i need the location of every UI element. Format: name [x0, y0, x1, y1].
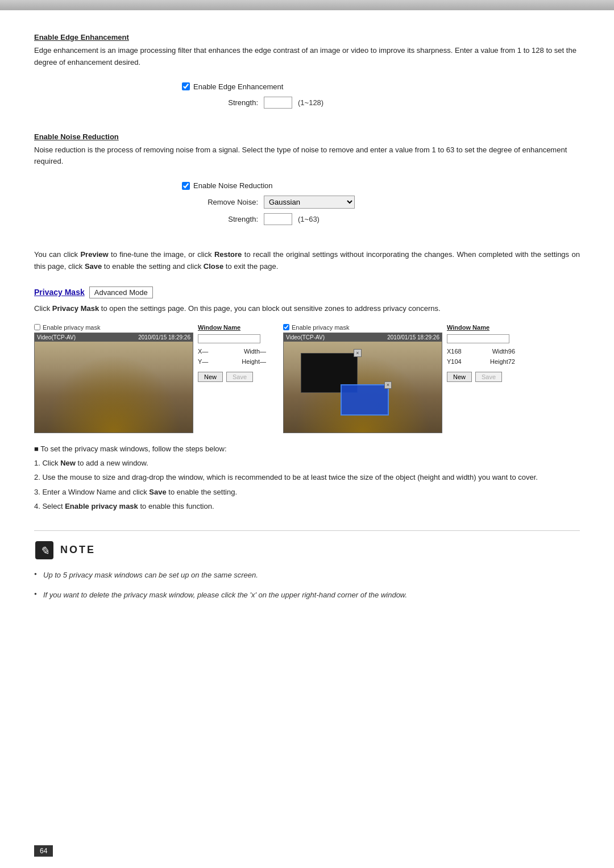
right-x-label: X168: [447, 348, 462, 355]
enable-privacy-bold: Enable privacy mask: [65, 502, 138, 510]
privacy-heading: Privacy Mask Advanced Mode: [34, 286, 580, 298]
left-sidebar-panel: Window Name X— Width— Y— Height— New Sav…: [198, 324, 266, 382]
left-btn-row: New Save: [198, 372, 266, 382]
left-preview-panel: Enable privacy mask Video(TCP-AV) 2010/0…: [34, 324, 266, 433]
left-enable-row: Enable privacy mask: [34, 324, 193, 331]
noise-type-label: Remove Noise:: [196, 198, 258, 206]
steps-intro: ■ To set the privacy mask windows, follo…: [34, 442, 580, 455]
preview-area: Enable privacy mask Video(TCP-AV) 2010/0…: [34, 324, 580, 433]
right-y-row: Y104 Height72: [447, 358, 515, 365]
save-bold-2: Save: [149, 488, 166, 496]
noise-reduction-desc: Noise reduction is the process of removi…: [34, 144, 580, 168]
close-overlay-1[interactable]: ×: [354, 349, 362, 357]
page-number: 64: [34, 845, 53, 857]
note-item-1: Up to 5 privacy mask windows can be set …: [34, 568, 580, 582]
left-y-label: Y—: [198, 358, 208, 365]
steps-list: ■ To set the privacy mask windows, follo…: [34, 442, 580, 513]
left-new-button[interactable]: New: [198, 372, 223, 382]
right-camera-header: Video(TCP-AV) 2010/01/15 18:29:26: [284, 333, 442, 342]
left-camera-header: Video(TCP-AV) 2010/01/15 18:29:26: [35, 333, 193, 342]
right-timestamp: 2010/01/15 18:29:26: [387, 334, 439, 340]
step-1: 1. Click New to add a new window.: [34, 456, 580, 470]
noise-strength-input[interactable]: 50: [264, 213, 292, 225]
right-camera-label: Video(TCP-AV): [286, 334, 325, 340]
step-4: 4. Select Enable privacy mask to enable …: [34, 500, 580, 513]
preview-bold: Preview: [80, 250, 108, 259]
new-bold: New: [60, 459, 76, 467]
noise-strength-range: (1~63): [298, 215, 320, 223]
left-camera-image: [35, 342, 193, 433]
noise-type-select[interactable]: GaussianMedianMean: [264, 196, 355, 209]
noise-type-row: Remove Noise: GaussianMedianMean: [182, 196, 432, 209]
left-x-label: X—: [198, 348, 208, 355]
left-camera-label: Video(TCP-AV): [37, 334, 76, 340]
edge-strength-row: Strength: 50 (1~128): [182, 97, 432, 109]
edge-enable-label: Enable Edge Enhancement: [193, 82, 283, 91]
left-enable-checkbox[interactable]: [34, 324, 40, 330]
right-window-name-input[interactable]: 2: [447, 334, 509, 343]
note-header: ✎ NOTE: [34, 540, 580, 560]
noise-reduction-controls: Enable Noise Reduction Remove Noise: Gau…: [171, 176, 443, 235]
right-btn-row: New Save: [447, 372, 515, 382]
right-sidebar-panel: Window Name 2 X168 Width96 Y104 Height72…: [447, 324, 515, 382]
privacy-mask-bold: Privacy Mask: [52, 304, 99, 313]
edge-enhancement-title: Enable Edge Enhancement: [34, 33, 580, 41]
privacy-overlay-blue: ×: [341, 384, 389, 416]
advanced-mode-badge: Advanced Mode: [89, 286, 153, 298]
left-save-button[interactable]: Save: [226, 372, 253, 382]
right-enable-checkbox[interactable]: [283, 324, 289, 330]
right-window-name-label: Window Name: [447, 324, 515, 331]
note-item-2: If you want to delete the privacy mask w…: [34, 588, 580, 601]
right-x-row: X168 Width96: [447, 348, 515, 355]
left-window-name-input[interactable]: [198, 334, 260, 343]
noise-enable-checkbox[interactable]: [182, 182, 190, 190]
note-icon: ✎: [34, 540, 55, 560]
right-new-button[interactable]: New: [447, 372, 472, 382]
note-section: ✎ NOTE Up to 5 privacy mask windows can …: [34, 530, 580, 602]
note-icon-svg: ✎: [34, 540, 55, 560]
right-height-label: Height72: [490, 358, 515, 365]
note-title: NOTE: [60, 544, 96, 556]
right-preview-panel: Enable privacy mask Video(TCP-AV) 2010/0…: [283, 324, 515, 433]
left-camera-view: Video(TCP-AV) 2010/01/15 18:29:26: [34, 333, 193, 433]
left-width-label: Width—: [244, 348, 266, 355]
note-items: Up to 5 privacy mask windows can be set …: [34, 568, 580, 602]
right-camera-image: × ×: [284, 342, 442, 433]
note-icon-char: ✎: [40, 545, 49, 557]
right-camera-view: Video(TCP-AV) 2010/01/15 18:29:26 × ×: [283, 333, 442, 433]
close-overlay-2[interactable]: ×: [384, 381, 392, 389]
step-2: 2. Use the mouse to size and drag-drop t…: [34, 471, 580, 484]
right-y-label: Y104: [447, 358, 462, 365]
edge-enhancement-section: Enable Edge Enhancement Edge enhancement…: [34, 33, 580, 119]
privacy-mask-section: Privacy Mask Advanced Mode Click Privacy…: [34, 286, 580, 513]
body-text-section: You can click Preview to fine-tune the i…: [34, 249, 580, 273]
restore-bold: Restore: [214, 250, 242, 259]
edge-strength-label: Strength:: [196, 98, 258, 107]
left-room-bg: [35, 342, 193, 433]
privacy-mask-link[interactable]: Privacy Mask: [34, 288, 85, 297]
right-enable-row: Enable privacy mask: [283, 324, 442, 331]
noise-strength-row: Strength: 50 (1~63): [182, 213, 432, 225]
left-window-name-label: Window Name: [198, 324, 266, 331]
left-y-row: Y— Height—: [198, 358, 266, 365]
noise-enable-label: Enable Noise Reduction: [193, 181, 272, 190]
noise-reduction-title: Enable Noise Reduction: [34, 132, 580, 141]
left-enable-label: Enable privacy mask: [43, 324, 101, 331]
left-x-row: X— Width—: [198, 348, 266, 355]
edge-enhancement-desc: Edge enhancement is an image processing …: [34, 45, 580, 69]
left-timestamp: 2010/01/15 18:29:26: [138, 334, 190, 340]
privacy-mask-desc: Click Privacy Mask to open the settings …: [34, 303, 580, 315]
top-bar: [0, 0, 614, 10]
left-height-label: Height—: [242, 358, 266, 365]
edge-enable-checkbox[interactable]: [182, 82, 190, 90]
edge-strength-input[interactable]: 50: [264, 97, 292, 109]
noise-strength-label: Strength:: [196, 215, 258, 223]
step-3: 3. Enter a Window Name and click Save to…: [34, 485, 580, 499]
edge-strength-range: (1~128): [298, 98, 323, 107]
body-text: You can click Preview to fine-tune the i…: [34, 249, 580, 273]
edge-enable-row: Enable Edge Enhancement: [182, 82, 432, 91]
noise-enable-row: Enable Noise Reduction: [182, 181, 432, 190]
left-camera-container: Enable privacy mask Video(TCP-AV) 2010/0…: [34, 324, 193, 433]
right-save-button[interactable]: Save: [475, 372, 502, 382]
close-bold: Close: [204, 262, 223, 271]
